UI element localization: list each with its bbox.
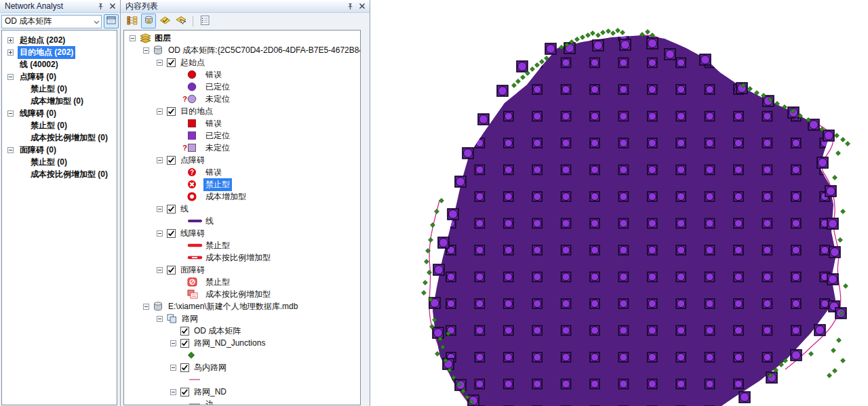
expand-toggle[interactable] bbox=[170, 365, 180, 371]
chevron-down-icon[interactable] bbox=[94, 17, 100, 26]
map-view[interactable] bbox=[370, 0, 868, 406]
expand-toggle[interactable] bbox=[143, 47, 153, 54]
line-red-symbol[interactable] bbox=[187, 242, 203, 249]
circle-light-symbol[interactable] bbox=[187, 94, 203, 104]
poly-red-no-symbol[interactable] bbox=[187, 277, 203, 287]
toc-tree-item[interactable]: 成本增加型 bbox=[124, 190, 360, 203]
expand-toggle[interactable] bbox=[7, 74, 18, 80]
toc-tree-item[interactable]: 岛内路网 bbox=[124, 361, 360, 373]
toc-tree-item[interactable]: 禁止型 bbox=[124, 239, 360, 251]
line-red-dash-symbol[interactable] bbox=[187, 254, 203, 261]
toc-tree-item[interactable]: 路网 bbox=[124, 312, 360, 325]
toc-tree-item[interactable]: E:\xiamen\新建个人地理数据库.mdb bbox=[124, 300, 360, 312]
expand-toggle[interactable] bbox=[7, 110, 18, 117]
layer-visibility-checkbox[interactable] bbox=[167, 107, 178, 116]
badge-x-symbol[interactable] bbox=[187, 180, 203, 189]
layer-visibility-checkbox[interactable] bbox=[180, 327, 192, 336]
na-tree-item[interactable]: 成本按比例增加型 (0) bbox=[2, 168, 117, 180]
na-tree-item[interactable]: 线 (40002) bbox=[2, 58, 117, 70]
expand-toggle[interactable] bbox=[157, 157, 167, 163]
toc-tree-item[interactable]: 边 bbox=[124, 398, 360, 405]
expand-toggle[interactable] bbox=[7, 37, 18, 43]
layer-visibility-checkbox[interactable] bbox=[167, 58, 178, 67]
close-icon[interactable] bbox=[357, 1, 367, 12]
toc-tree-item[interactable]: 线 bbox=[124, 215, 360, 227]
expand-toggle[interactable] bbox=[157, 230, 167, 237]
list-by-visibility-button[interactable] bbox=[157, 14, 172, 28]
line-gray-symbol[interactable] bbox=[187, 401, 203, 405]
toc-tree-item[interactable]: 禁止型 bbox=[124, 276, 360, 288]
na-tree-item[interactable]: 目的地点 (202) bbox=[2, 46, 117, 58]
toc-tree-item[interactable]: 目的地点 bbox=[124, 105, 360, 117]
toc-tree-item[interactable]: 点障碍 bbox=[124, 154, 360, 166]
na-tree-item[interactable]: 禁止型 (0) bbox=[2, 156, 117, 168]
toc-tree-item[interactable]: 路网_ND_Junctions bbox=[124, 337, 360, 349]
layer-visibility-checkbox[interactable] bbox=[180, 339, 192, 348]
toc-tree-item[interactable]: 线障碍 bbox=[124, 227, 360, 239]
layer-visibility-checkbox[interactable] bbox=[180, 363, 192, 372]
layer-visibility-checkbox[interactable] bbox=[167, 229, 178, 238]
toc-tree-item[interactable]: 错误 bbox=[124, 68, 360, 81]
toc-tree-item[interactable] bbox=[124, 349, 360, 361]
layer-visibility-checkbox[interactable] bbox=[167, 156, 178, 165]
badge-ring-symbol[interactable] bbox=[187, 192, 203, 201]
toc-tree-item[interactable]: 路网_ND bbox=[124, 386, 360, 398]
expand-toggle[interactable] bbox=[7, 147, 18, 153]
expand-toggle[interactable] bbox=[170, 389, 180, 395]
na-tree-item[interactable]: 面障碍 (0) bbox=[2, 144, 117, 156]
toc-tree-item[interactable]: 错误 bbox=[124, 117, 360, 129]
na-tree-item[interactable]: 禁止型 (0) bbox=[2, 83, 117, 95]
na-tree-item[interactable]: 起始点 (202) bbox=[2, 34, 117, 46]
expand-toggle[interactable] bbox=[130, 35, 140, 41]
na-tree-item[interactable]: 点障碍 (0) bbox=[2, 70, 117, 83]
expand-toggle[interactable] bbox=[170, 340, 180, 346]
toc-tree-item[interactable]: ?未定位 bbox=[124, 93, 360, 105]
line-pink-symbol[interactable] bbox=[187, 377, 203, 382]
square-red-symbol[interactable] bbox=[187, 119, 203, 128]
na-tree-item[interactable]: 成本按比例增加型 (0) bbox=[2, 131, 117, 144]
toc-tree-item[interactable]: 图层 bbox=[124, 32, 360, 44]
toc-tree-item[interactable]: ?错误 bbox=[124, 166, 360, 178]
close-icon[interactable] bbox=[107, 1, 117, 12]
list-by-source-button[interactable] bbox=[141, 14, 156, 28]
toc-tree-item[interactable] bbox=[124, 373, 360, 386]
toc-tree-item[interactable]: OD 成本矩阵:{2C5C70D4-2D06-4DFA-B7E5-4672B84… bbox=[124, 44, 360, 56]
list-by-drawing-order-button[interactable] bbox=[125, 14, 140, 28]
na-window-button[interactable] bbox=[104, 14, 119, 28]
expand-toggle[interactable] bbox=[157, 316, 167, 322]
toc-tree-item[interactable]: 面障碍 bbox=[124, 264, 360, 276]
na-tree-item[interactable]: 线障碍 (0) bbox=[2, 107, 117, 119]
na-tree-item[interactable]: 禁止型 (0) bbox=[2, 119, 117, 131]
circle-red-symbol[interactable] bbox=[187, 70, 203, 79]
line-purple-symbol[interactable] bbox=[187, 218, 203, 224]
expand-toggle[interactable] bbox=[157, 108, 167, 115]
analysis-layer-combobox[interactable]: OD 成本矩阵 bbox=[1, 15, 102, 28]
toc-tree-item[interactable]: OD 成本矩阵 bbox=[124, 325, 360, 337]
toc-tree-item[interactable]: ?未定位 bbox=[124, 142, 360, 154]
circle-purple-symbol[interactable] bbox=[187, 82, 203, 92]
poly-red-scaled-symbol[interactable] bbox=[187, 289, 203, 299]
square-purple-symbol[interactable] bbox=[187, 131, 203, 140]
options-button[interactable] bbox=[197, 14, 212, 28]
pin-icon[interactable] bbox=[345, 1, 355, 12]
toc-tree-item[interactable]: 线 bbox=[124, 203, 360, 215]
expand-toggle[interactable] bbox=[157, 60, 167, 66]
layer-visibility-checkbox[interactable] bbox=[167, 205, 178, 214]
expand-toggle[interactable] bbox=[157, 206, 167, 212]
expand-toggle[interactable] bbox=[143, 304, 153, 310]
expand-toggle[interactable] bbox=[7, 49, 18, 56]
pin-icon[interactable] bbox=[96, 1, 106, 12]
toc-tree-item[interactable]: 成本按比例增加型 bbox=[124, 251, 360, 264]
layer-visibility-checkbox[interactable] bbox=[167, 266, 178, 275]
expand-toggle[interactable] bbox=[157, 267, 167, 273]
na-tree-item[interactable]: 成本增加型 (0) bbox=[2, 95, 117, 107]
badge-question-symbol[interactable]: ? bbox=[187, 167, 203, 177]
layer-visibility-checkbox[interactable] bbox=[180, 388, 192, 397]
toc-tree-item[interactable]: 已定位 bbox=[124, 81, 360, 93]
toc-tree-item[interactable]: 已定位 bbox=[124, 129, 360, 142]
list-by-selection-button[interactable] bbox=[174, 14, 189, 28]
toc-tree-item[interactable]: 起始点 bbox=[124, 56, 360, 68]
diamond-green-symbol[interactable] bbox=[187, 351, 203, 359]
toc-tree-item[interactable]: 禁止型 bbox=[124, 178, 360, 190]
map-canvas[interactable] bbox=[370, 0, 868, 406]
